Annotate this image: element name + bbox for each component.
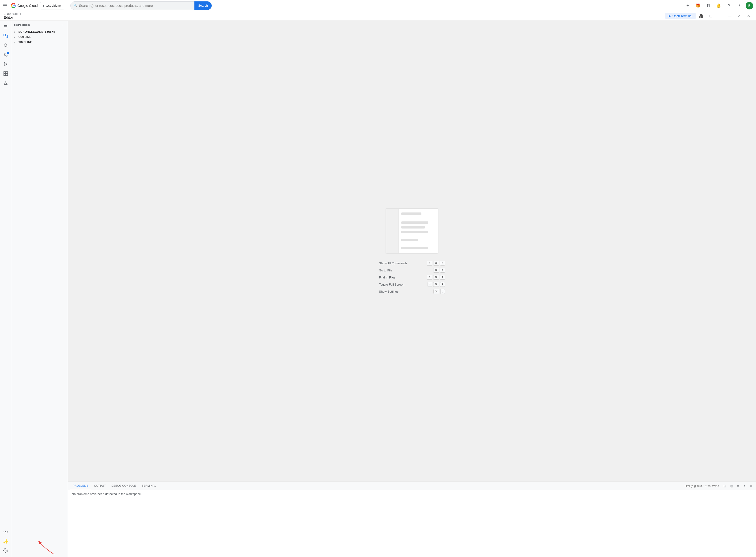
- sidebar-item-euronclegane[interactable]: › EURONCLEGANE_666674: [11, 29, 68, 34]
- panel-filter-input[interactable]: [682, 485, 721, 488]
- copy-icon-btn[interactable]: ⎘: [729, 483, 734, 489]
- chevron-up-icon: ∧: [744, 484, 746, 488]
- minimize-icon: —: [728, 14, 731, 18]
- webcam-icon: 🎥: [699, 14, 704, 18]
- shell-editor-title: Editor: [4, 15, 22, 19]
- key-shift-2: ⇧: [427, 275, 432, 280]
- layout-icon-btn[interactable]: ⊞: [707, 12, 715, 20]
- gc-logo-icon: [11, 3, 16, 8]
- more-horiz-icon: ⋮: [718, 14, 722, 18]
- close-icon: ✕: [747, 14, 750, 18]
- gift-icon-btn[interactable]: 🎁: [694, 1, 702, 10]
- collapse-up-btn[interactable]: ∧: [742, 483, 748, 489]
- shortcut-show-settings: Show Settings ⌘ ,: [379, 289, 445, 294]
- sidebar-more-button[interactable]: ···: [61, 22, 65, 28]
- more-vert-icon: ⋮: [737, 3, 741, 8]
- panel-content: No problems have been detected in the wo…: [68, 490, 756, 557]
- webcam-icon-btn[interactable]: 🎥: [698, 12, 705, 20]
- key-p: P: [440, 261, 445, 266]
- list-icon: ≡: [737, 484, 739, 488]
- cloud-shell-header: CLOUD SHELL Editor ▶ Open Terminal 🎥 ⊞ ⋮…: [0, 11, 756, 21]
- shell-actions: ▶ Open Terminal 🎥 ⊞ ⋮ — ⤢ ✕: [665, 12, 752, 20]
- monitor-icon: 🖥: [706, 3, 710, 8]
- key-f-2: F: [440, 282, 445, 287]
- svg-rect-10: [6, 74, 7, 76]
- sidebar-item-explorer[interactable]: [1, 32, 10, 40]
- preview-content: [398, 209, 438, 253]
- key-f: F: [440, 275, 445, 280]
- close-panel-btn[interactable]: ✕: [749, 483, 754, 489]
- svg-marker-6: [4, 62, 7, 66]
- editor-area: Show All Commands ⇧ ⌘ P Go to File ⌘ P: [68, 21, 756, 557]
- sidebar-item-flask[interactable]: [1, 79, 10, 88]
- shell-title-area: CLOUD SHELL Editor: [4, 13, 22, 19]
- svg-point-2: [4, 43, 7, 47]
- sidebar-item-source-control[interactable]: [1, 51, 10, 59]
- panel-actions: ⊟ ⎘ ≡ ∧ ✕: [682, 483, 754, 489]
- expand-button[interactable]: ⤢: [735, 12, 743, 20]
- extension-icon-btn[interactable]: ✦: [683, 1, 692, 10]
- minimize-button[interactable]: —: [726, 12, 733, 20]
- sidebar-item-cloud-code[interactable]: [1, 528, 10, 536]
- sidebar-item-search[interactable]: [1, 41, 10, 50]
- tab-terminal[interactable]: TERMINAL: [139, 482, 159, 490]
- help-icon-btn[interactable]: ?: [725, 1, 733, 10]
- timeline-label: TIMELINE: [19, 40, 32, 44]
- svg-point-11: [5, 550, 6, 551]
- bottom-panel: PROBLEMS OUTPUT DEBUG CONSOLE TERMINAL ⊟…: [68, 481, 756, 557]
- project-icon: ▾: [43, 4, 44, 7]
- preview-sidebar: [386, 209, 398, 253]
- svg-rect-7: [3, 71, 5, 74]
- list-icon-btn[interactable]: ≡: [735, 483, 741, 489]
- main-layout: ☰: [0, 21, 756, 557]
- sidebar-item-run[interactable]: [1, 60, 10, 69]
- close-panel-icon: ✕: [750, 484, 753, 488]
- shortcut-show-all-commands: Show All Commands ⇧ ⌘ P: [379, 261, 445, 266]
- show-settings-keys: ⌘ ,: [433, 289, 445, 294]
- show-all-commands-label: Show All Commands: [379, 262, 407, 265]
- panel-tabs: PROBLEMS OUTPUT DEBUG CONSOLE TERMINAL ⊟…: [68, 482, 756, 490]
- open-terminal-label: Open Terminal: [672, 14, 692, 18]
- user-avatar[interactable]: E: [746, 2, 753, 9]
- sidebar-item-menu[interactable]: ☰: [1, 23, 10, 31]
- preview-line-2: [401, 222, 428, 224]
- sidebar-item-outline[interactable]: › OUTLINE: [11, 34, 68, 40]
- svg-rect-8: [6, 71, 7, 74]
- svg-rect-0: [3, 34, 5, 36]
- bell-icon-btn[interactable]: 🔔: [715, 1, 723, 10]
- project-selector[interactable]: ▾ test-aidemy: [40, 2, 64, 9]
- tab-problems[interactable]: PROBLEMS: [70, 482, 91, 490]
- more-icon-btn[interactable]: ⋮: [735, 1, 744, 10]
- sidebar-item-extensions[interactable]: [1, 70, 10, 78]
- close-button[interactable]: ✕: [745, 12, 752, 20]
- key-cmd-3: ⌘: [433, 275, 439, 280]
- tab-output[interactable]: OUTPUT: [91, 482, 109, 490]
- filter-icon-btn[interactable]: ⊟: [722, 483, 728, 489]
- shortcut-go-to-file: Go to File ⌘ P: [379, 268, 445, 273]
- sidebar-item-gemini[interactable]: ✨: [1, 537, 10, 546]
- search-button[interactable]: Search: [194, 1, 212, 10]
- global-search-bar[interactable]: 🔍 Search: [70, 1, 212, 10]
- folder-name-euronclegane: EURONCLEGANE_666674: [19, 30, 55, 33]
- files-icon: [3, 33, 8, 40]
- google-cloud-logo: Google Cloud: [11, 3, 38, 8]
- welcome-panel: Show All Commands ⇧ ⌘ P Go to File ⌘ P: [68, 21, 756, 481]
- toggle-fullscreen-keys: ^ ⌘ F: [427, 282, 445, 287]
- find-in-files-keys: ⇧ ⌘ F: [427, 275, 445, 280]
- search-input[interactable]: [79, 4, 194, 7]
- tab-debug-console[interactable]: DEBUG CONSOLE: [109, 482, 139, 490]
- monitor-icon-btn[interactable]: 🖥: [704, 1, 712, 10]
- top-navbar: Google Cloud ▾ test-aidemy 🔍 Search ✦ 🎁 …: [0, 0, 756, 11]
- more-options-btn[interactable]: ⋮: [716, 12, 724, 20]
- open-terminal-button[interactable]: ▶ Open Terminal: [665, 13, 696, 19]
- sidebar-item-timeline[interactable]: › TIMELINE: [11, 40, 68, 45]
- show-all-commands-keys: ⇧ ⌘ P: [427, 261, 445, 266]
- file-explorer-sidebar: EXPLORER ··· › EURONCLEGANE_666674 › OUT…: [11, 21, 68, 557]
- svg-rect-9: [3, 74, 5, 76]
- shortcuts-area: Show All Commands ⇧ ⌘ P Go to File ⌘ P: [379, 261, 445, 294]
- shortcut-toggle-fullscreen: Toggle Full Screen ^ ⌘ F: [379, 282, 445, 287]
- svg-point-5: [6, 55, 7, 56]
- sidebar-item-settings[interactable]: [1, 547, 10, 555]
- hamburger-button[interactable]: [3, 3, 8, 8]
- toggle-fullscreen-label: Toggle Full Screen: [379, 283, 404, 286]
